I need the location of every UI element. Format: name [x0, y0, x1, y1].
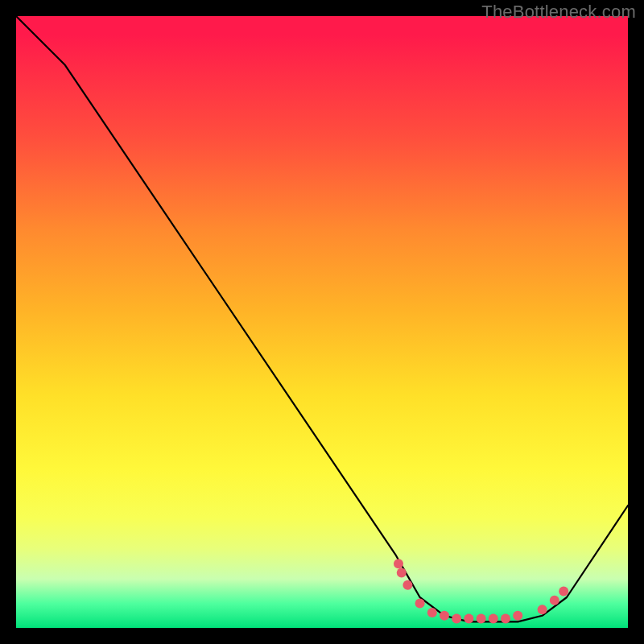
marker-dot — [402, 580, 412, 590]
marker-dot — [538, 605, 547, 614]
marker-dot — [489, 614, 498, 624]
chart-svg — [16, 16, 628, 628]
marker-dot — [415, 599, 425, 609]
marker-dot — [452, 614, 461, 624]
marker-dot — [394, 559, 403, 568]
watermark-text: TheBottleneck.com — [481, 2, 636, 23]
marker-dot — [501, 614, 510, 624]
marker-dot — [513, 611, 522, 621]
marker-dot — [559, 586, 568, 596]
chart-stage: TheBottleneck.com — [0, 0, 644, 644]
marker-dot — [550, 596, 559, 605]
marker-dot — [464, 614, 473, 624]
marker-dot — [477, 614, 486, 624]
plot-area — [16, 16, 628, 628]
curve-line — [16, 16, 628, 621]
marker-dot — [397, 568, 407, 578]
marker-dot — [427, 608, 437, 617]
highlight-markers — [394, 559, 568, 623]
marker-dot — [440, 611, 449, 621]
